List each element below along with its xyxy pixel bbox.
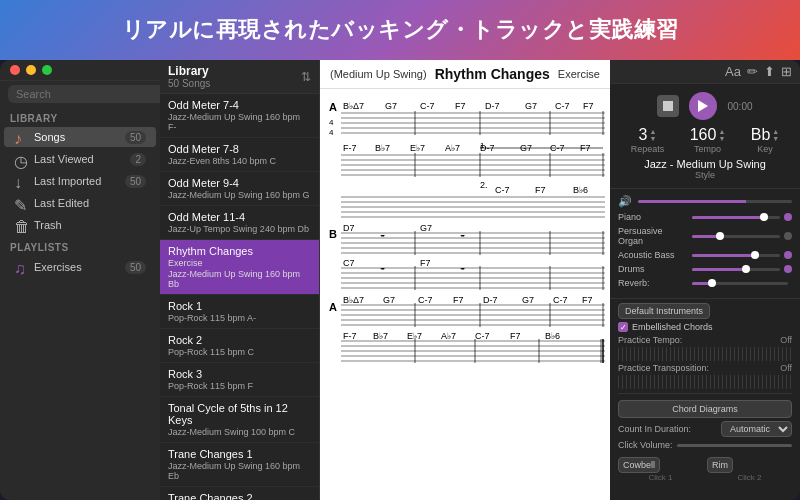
song-title: Odd Meter 7-4: [168, 99, 311, 111]
sheet-content[interactable]: A 4 4 B♭Δ7 G7 C-7 F7 D-7 G7 C-7 F7: [320, 89, 610, 500]
svg-text:B♭Δ7: B♭Δ7: [343, 101, 364, 111]
svg-text:G7: G7: [383, 295, 395, 305]
rim-button[interactable]: Rim: [707, 457, 733, 473]
font-icon[interactable]: Aa: [725, 64, 741, 79]
song-item-7[interactable]: Rock 3 Pop-Rock 115 bpm F: [160, 363, 319, 397]
key-box: Bb ▲▼ Key: [751, 126, 780, 154]
sidebar-item-exercises[interactable]: ♫ Exercises 50: [4, 256, 156, 278]
song-item-10[interactable]: Trane Changes 2 Jazz-Medium Up Swing 160…: [160, 487, 319, 500]
embellished-label: Embellished Chords: [632, 322, 713, 332]
embellished-checkbox[interactable]: ✓: [618, 322, 628, 332]
drums-slider[interactable]: [692, 268, 780, 271]
piano-slider[interactable]: [692, 216, 780, 219]
song-title: Rhythm Changes: [168, 245, 311, 257]
volume-slider[interactable]: [638, 200, 792, 203]
traffic-yellow[interactable]: [26, 65, 36, 75]
library-section-header: Library: [0, 107, 160, 126]
click-buttons: Cowbell Click 1 Rim Click 2: [618, 454, 792, 482]
drums-badge: [784, 265, 792, 273]
songs-icon: ♪: [14, 130, 28, 144]
song-title: Trane Changes 1: [168, 448, 311, 460]
bass-slider[interactable]: [692, 254, 780, 257]
song-item-3[interactable]: Odd Meter 11-4 Jazz-Up Tempo Swing 240 b…: [160, 206, 319, 240]
svg-text:A♭7: A♭7: [441, 331, 456, 341]
tempo-value[interactable]: 160 ▲▼: [690, 126, 726, 144]
song-item-0[interactable]: Odd Meter 7-4 Jazz-Medium Up Swing 160 b…: [160, 94, 319, 138]
edit-icon[interactable]: ✏: [747, 64, 758, 79]
last-viewed-icon: ◷: [14, 152, 28, 166]
svg-text:D-7: D-7: [485, 101, 500, 111]
svg-text:G7: G7: [420, 223, 432, 233]
sidebar-item-last-edited[interactable]: ✎ Last Edited: [4, 193, 156, 213]
sheet-title: Rhythm Changes: [435, 66, 550, 82]
player-controls: 00:00: [618, 92, 792, 120]
last-viewed-count: 2: [130, 153, 146, 166]
song-item-2[interactable]: Odd Meter 9-4 Jazz-Medium Up Swing 160 b…: [160, 172, 319, 206]
svg-text:F7: F7: [582, 295, 593, 305]
grid-icon[interactable]: ⊞: [781, 64, 792, 79]
click1-label: Click 1: [618, 473, 703, 482]
practice-transposition-waveform[interactable]: [618, 375, 792, 389]
default-instruments-button[interactable]: Default Instruments: [618, 303, 710, 319]
svg-text:B♭6: B♭6: [545, 331, 560, 341]
chord-diagrams-button[interactable]: Chord Diagrams: [618, 400, 792, 418]
count-in-select[interactable]: Automatic: [721, 421, 792, 437]
piano-label: Piano: [618, 212, 688, 222]
key-value[interactable]: Bb ▲▼: [751, 126, 780, 144]
rim-group: Rim Click 2: [707, 454, 792, 482]
svg-text:G7: G7: [522, 295, 534, 305]
player-meta: 3 ▲▼ Repeats 160 ▲▼ Tempo Bb ▲▼: [618, 126, 792, 154]
practice-tempo-waveform[interactable]: [618, 347, 792, 361]
search-input[interactable]: [8, 85, 160, 103]
svg-text:F7: F7: [420, 258, 431, 268]
song-list: Library 50 Songs ⇅ Odd Meter 7-4 Jazz-Me…: [160, 60, 320, 500]
traffic-red[interactable]: [10, 65, 20, 75]
organ-slider[interactable]: [692, 235, 780, 238]
click-volume-slider[interactable]: [677, 444, 792, 447]
share-icon[interactable]: ⬆: [764, 64, 775, 79]
trash-label: Trash: [34, 219, 146, 231]
sheet-header: (Medium Up Swing) Rhythm Changes Exercis…: [320, 60, 610, 89]
svg-text:C-7: C-7: [555, 101, 570, 111]
sidebar-item-songs[interactable]: ♪ Songs 50: [4, 127, 156, 147]
svg-text:C-7: C-7: [420, 101, 435, 111]
svg-text:𝄻: 𝄻: [460, 267, 466, 270]
svg-text:C7: C7: [343, 258, 355, 268]
exercises-label: Exercises: [34, 261, 125, 273]
svg-text:4: 4: [329, 128, 334, 137]
svg-text:B♭7: B♭7: [373, 331, 388, 341]
stop-button[interactable]: [657, 95, 679, 117]
cowbell-button[interactable]: Cowbell: [618, 457, 660, 473]
song-subtitle: Jazz-Medium Up Swing 160 bpm F-: [168, 112, 311, 132]
song-item-8[interactable]: Tonal Cycle of 5ths in 12 Keys Jazz-Medi…: [160, 397, 319, 443]
reorder-icon[interactable]: ⇅: [301, 70, 311, 84]
organ-badge: [784, 232, 792, 240]
play-button[interactable]: [689, 92, 717, 120]
song-item-4[interactable]: Rhythm Changes Exercise Jazz-Medium Up S…: [160, 240, 319, 295]
song-item-9[interactable]: Trane Changes 1 Jazz-Medium Up Swing 160…: [160, 443, 319, 487]
sidebar-item-trash[interactable]: 🗑 Trash: [4, 215, 156, 235]
song-title: Rock 2: [168, 334, 311, 346]
repeats-value[interactable]: 3 ▲▼: [639, 126, 657, 144]
song-item-1[interactable]: Odd Meter 7-8 Jazz-Even 8ths 140 bpm C: [160, 138, 319, 172]
svg-text:A♭7: A♭7: [445, 143, 460, 153]
song-title: Rock 1: [168, 300, 311, 312]
organ-label: Persuasive Organ: [618, 226, 688, 246]
last-imported-icon: ↓: [14, 174, 28, 188]
song-subtitle: Jazz-Medium Up Swing 160 bpm Eb: [168, 461, 311, 481]
top-banner: リアルに再現されたバッキング・トラックと実践練習: [0, 0, 800, 60]
song-item-6[interactable]: Rock 2 Pop-Rock 115 bpm C: [160, 329, 319, 363]
playlists-section-header: Playlists: [0, 236, 160, 255]
traffic-green[interactable]: [42, 65, 52, 75]
volume-icon: 🔊: [618, 195, 632, 208]
svg-text:F-7: F-7: [343, 331, 357, 341]
sidebar-item-last-viewed[interactable]: ◷ Last Viewed 2: [4, 149, 156, 169]
toolbar-top: Aa ✏ ⬆ ⊞: [610, 60, 800, 84]
sidebar-item-last-imported[interactable]: ↓ Last Imported 50: [4, 171, 156, 191]
song-detail-active: Jazz-Medium Up Swing 160 bpm Bb: [168, 269, 311, 289]
reverb-slider[interactable]: [692, 282, 788, 285]
practice-tempo-row: Practice Tempo: Off: [618, 335, 792, 345]
app-container: Library ♪ Songs 50 ◷ Last Viewed 2 ↓ Las…: [0, 60, 800, 500]
song-subtitle: Pop-Rock 115 bpm C: [168, 347, 311, 357]
song-item-5[interactable]: Rock 1 Pop-Rock 115 bpm A-: [160, 295, 319, 329]
